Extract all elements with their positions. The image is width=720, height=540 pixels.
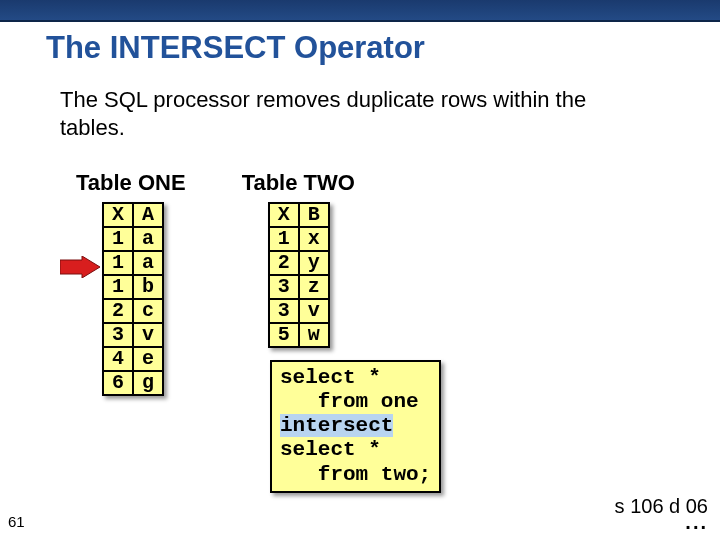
table-row: 1x: [269, 227, 329, 251]
duplicate-arrow-icon: [60, 256, 100, 278]
svg-marker-0: [60, 256, 100, 278]
col-header: X: [103, 203, 133, 227]
code-line: intersect: [280, 414, 431, 438]
table-two-caption: Table TWO: [242, 170, 355, 196]
code-highlight: intersect: [280, 414, 393, 437]
slide-number: 61: [8, 513, 25, 530]
code-line: select *: [280, 438, 431, 462]
col-header: X: [269, 203, 299, 227]
code-line: select *: [280, 366, 431, 390]
table-row: 2c: [103, 299, 163, 323]
table-one-caption: Table ONE: [76, 170, 186, 196]
table-row: 2y: [269, 251, 329, 275]
table-one-block: Table ONE X A 1a 1a 1b 2c 3v 4e 6g: [76, 170, 186, 396]
table-row: 1b: [103, 275, 163, 299]
table-two: X B 1x 2y 3z 3v 5w: [268, 202, 330, 348]
table-row: 3v: [269, 299, 329, 323]
table-row: 4e: [103, 347, 163, 371]
table-one-wrap: X A 1a 1a 1b 2c 3v 4e 6g: [76, 202, 186, 396]
table-row: 3z: [269, 275, 329, 299]
table-two-wrap: X B 1x 2y 3z 3v 5w: [242, 202, 355, 348]
continued-dots: ...: [685, 511, 708, 534]
table-row: 6g: [103, 371, 163, 395]
top-bar: [0, 0, 720, 22]
table-row: 1a: [103, 227, 163, 251]
table-header-row: X A: [103, 203, 163, 227]
table-row: 3v: [103, 323, 163, 347]
col-header: B: [299, 203, 329, 227]
table-row: 1a: [103, 251, 163, 275]
col-header: A: [133, 203, 163, 227]
slide-title: The INTERSECT Operator: [46, 30, 425, 66]
table-one: X A 1a 1a 1b 2c 3v 4e 6g: [102, 202, 164, 396]
code-line: from one: [280, 390, 431, 414]
table-header-row: X B: [269, 203, 329, 227]
table-row: 5w: [269, 323, 329, 347]
slide-description: The SQL processor removes duplicate rows…: [60, 86, 620, 141]
code-line: from two;: [280, 463, 431, 487]
sql-code-box: select * from oneintersectselect * from …: [270, 360, 441, 493]
